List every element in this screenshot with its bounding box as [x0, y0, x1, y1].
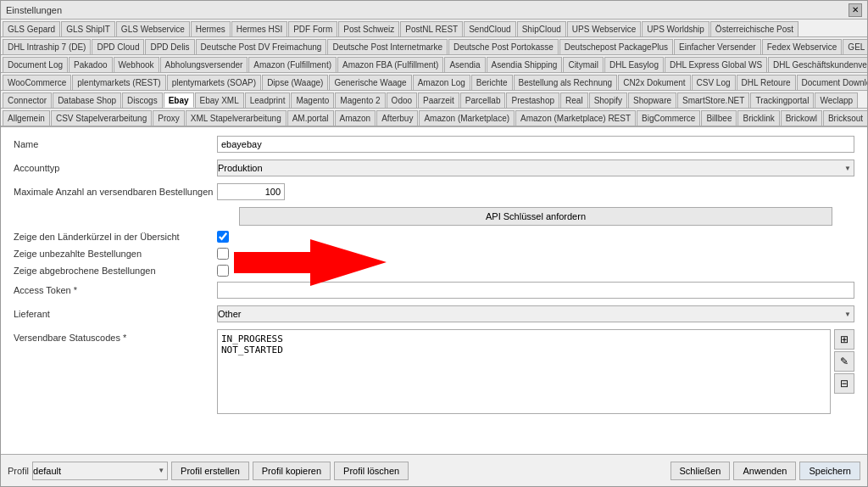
close-window-button[interactable]: ✕ [849, 3, 862, 17]
tab-dhl-express-global-ws[interactable]: DHL Express Global WS [665, 57, 767, 72]
max-orders-input[interactable] [217, 183, 285, 200]
tab-deutsche-post-dv-freimachung[interactable]: Deutsche Post DV Freimachung [196, 39, 327, 54]
tab-odoo[interactable]: Odoo [387, 92, 417, 108]
tab-trackingportal[interactable]: Trackingportal [750, 92, 814, 108]
tab-pakadoo[interactable]: Pakadoo [69, 57, 112, 72]
tab-document-downloader[interactable]: Document Downloader [797, 75, 867, 90]
tab-plentymarkets-soap[interactable]: plentymarkets (SOAP) [167, 75, 261, 90]
tab-csv-stapelverarbeitung[interactable]: CSV Stapelverarbeitung [51, 110, 152, 126]
tab-shipcloud[interactable]: ShipCloud [517, 21, 566, 36]
tab-sendcloud[interactable]: SendCloud [464, 21, 515, 36]
show-country-checkbox[interactable] [217, 231, 229, 243]
tab-gel-express[interactable]: GEL Express [843, 39, 867, 54]
tab-magento-2[interactable]: Magento 2 [335, 92, 385, 108]
tab-bricksout[interactable]: Bricksout [823, 110, 867, 126]
apply-button[interactable]: Anwenden [733, 462, 796, 480]
show-cancelled-checkbox[interactable] [217, 265, 229, 277]
tab-amazon[interactable]: Amazon [335, 110, 376, 126]
tab-allgemein[interactable]: Allgemein [3, 110, 50, 126]
tab-bricklink[interactable]: Bricklink [737, 110, 779, 126]
tab-plentymarkets-rest[interactable]: plentymarkets (REST) [72, 75, 165, 90]
tab-gls-shipit[interactable]: GLS ShipIT [61, 21, 115, 36]
tab-hermes[interactable]: Hermes [191, 21, 231, 36]
tab-ups-webservice[interactable]: UPS Webservice [567, 21, 641, 36]
show-unpaid-checkbox[interactable] [217, 248, 229, 260]
tab-connector[interactable]: Connector [3, 92, 52, 108]
tab-webhook[interactable]: Webhook [114, 57, 159, 72]
tab-dpd-delis[interactable]: DPD Delis [145, 39, 194, 54]
tab-citymail[interactable]: Citymail [563, 57, 604, 72]
accounttype-select[interactable]: Produktion Sandbox [217, 160, 854, 176]
tab-paarzeit[interactable]: Paarzeit [418, 92, 459, 108]
tab-database-shop[interactable]: Database Shop [53, 92, 121, 108]
tab-amazon-marketplace[interactable]: Amazon (Marketplace) [419, 110, 515, 126]
tab-fedex-webservice[interactable]: Fedex Webservice [762, 39, 843, 54]
tab-shopify[interactable]: Shopify [589, 92, 627, 108]
tab-cn2x-dokument[interactable]: CN2x Dokument [618, 75, 690, 90]
tab-dhl-retoure[interactable]: DHL Retoure [737, 75, 796, 90]
tab-dhl-intraship-7-de[interactable]: DHL Intraship 7 (DE) [3, 39, 91, 54]
tab-amazon-fba-fulfillment[interactable]: Amazon FBA (Fulfillment) [337, 57, 443, 72]
tab-prestashop[interactable]: Prestashop [506, 92, 559, 108]
tab-xml-stapelverarbeitung[interactable]: XML Stapelverarbeitung [186, 110, 287, 126]
tab-shopware[interactable]: Shopware [628, 92, 676, 108]
tab-dhl-geschftskundenversand[interactable]: DHL Geschäftskundenversand [768, 57, 867, 72]
add-statuscode-button[interactable]: ⊞ [834, 329, 854, 350]
api-key-button[interactable]: API Schlüssel anfordern [239, 207, 832, 226]
tab-afterbuy[interactable]: Afterbuy [376, 110, 418, 126]
tab-deutsche-post-internetmarke[interactable]: Deutsche Post Internetmarke [327, 39, 448, 54]
tab-ebay-xml[interactable]: Ebay XML [195, 92, 244, 108]
tab-document-log[interactable]: Document Log [3, 57, 68, 72]
tab-pdf-form[interactable]: PDF Form [288, 21, 337, 36]
tab-amazon-fulfillment[interactable]: Amazon (Fulfillment) [248, 57, 337, 72]
profil-select[interactable]: default [32, 462, 168, 480]
tab-csv-log[interactable]: CSV Log [692, 75, 736, 90]
tab-deutsche-post-portokasse[interactable]: Deutsche Post Portokasse [448, 39, 559, 54]
tab-dpd-cloud[interactable]: DPD Cloud [92, 39, 144, 54]
tab-magento[interactable]: Magento [291, 92, 334, 108]
tab-generische-waage[interactable]: Generische Waage [329, 75, 411, 90]
close-button[interactable]: Schließen [670, 462, 731, 480]
tab-einfacher-versender[interactable]: Einfacher Versender [674, 39, 761, 54]
tab-discogs[interactable]: Discogs [122, 92, 163, 108]
tab-gls-gepard[interactable]: GLS Gepard [3, 21, 60, 36]
tab-gls-webservice[interactable]: GLS Webservice [116, 21, 190, 36]
tab-deutschepost-packageplus[interactable]: Deutschepost PackagePlus [559, 39, 673, 54]
tab-real[interactable]: Real [560, 92, 588, 108]
tab-ups-worldship[interactable]: UPS Worldship [642, 21, 709, 36]
delete-profil-button[interactable]: Profil löschen [334, 462, 409, 480]
tab-brickowl[interactable]: Brickowl [781, 110, 822, 126]
tab-post-schweiz[interactable]: Post Schweiz [338, 21, 399, 36]
tab-amazon-log[interactable]: Amazon Log [413, 75, 470, 90]
tab-dipse-waage[interactable]: Dipse (Waage) [262, 75, 328, 90]
edit-statuscode-button[interactable]: ✎ [834, 351, 854, 372]
delete-statuscode-button[interactable]: ⊟ [834, 373, 854, 394]
tab-dhl-easylog[interactable]: DHL Easylog [604, 57, 664, 72]
statuscodes-textarea[interactable]: IN_PROGRESS NOT_STARTED [217, 329, 831, 414]
save-button[interactable]: Speichern [799, 462, 860, 480]
access-token-input[interactable] [217, 282, 854, 299]
tab-bigcommerce[interactable]: BigCommerce [637, 110, 700, 126]
tab-billbee[interactable]: Billbee [701, 110, 737, 126]
name-input[interactable] [217, 136, 854, 153]
copy-profil-button[interactable]: Profil kopieren [253, 462, 331, 480]
tab-abholungsversender[interactable]: Abholungsversender [160, 57, 248, 72]
tab-berichte[interactable]: Berichte [471, 75, 513, 90]
tab-leadprint[interactable]: Leadprint [245, 92, 291, 108]
tab-amportal[interactable]: AM.portal [287, 110, 334, 126]
tab-parcellab[interactable]: Parcellab [460, 92, 506, 108]
tab-smartstorenet[interactable]: SmartStore.NET [677, 92, 749, 108]
tab-ebay[interactable]: Ebay [164, 92, 194, 108]
tab-proxy[interactable]: Proxy [153, 110, 185, 126]
lieferant-select[interactable]: Other Option1 Option2 [217, 305, 854, 322]
tab-asendia[interactable]: Asendia [444, 57, 485, 72]
tab-postnl-rest[interactable]: PostNL REST [400, 21, 463, 36]
tab-woocommerce[interactable]: WooCommerce [3, 75, 71, 90]
tab-amazon-marketplace-rest[interactable]: Amazon (Marketplace) REST [515, 110, 636, 126]
tab-hermes-hsi[interactable]: Hermes HSI [231, 21, 287, 36]
tab-asendia-shipping[interactable]: Asendia Shipping [487, 57, 563, 72]
tab-weclapp[interactable]: Weclapp [815, 92, 858, 108]
tab-bestellung-als-rechnung[interactable]: Bestellung als Rechnung [514, 75, 618, 90]
create-profil-button[interactable]: Profil erstellen [171, 462, 249, 480]
tab-sterreichische-post[interactable]: Österreichische Post [710, 21, 798, 36]
